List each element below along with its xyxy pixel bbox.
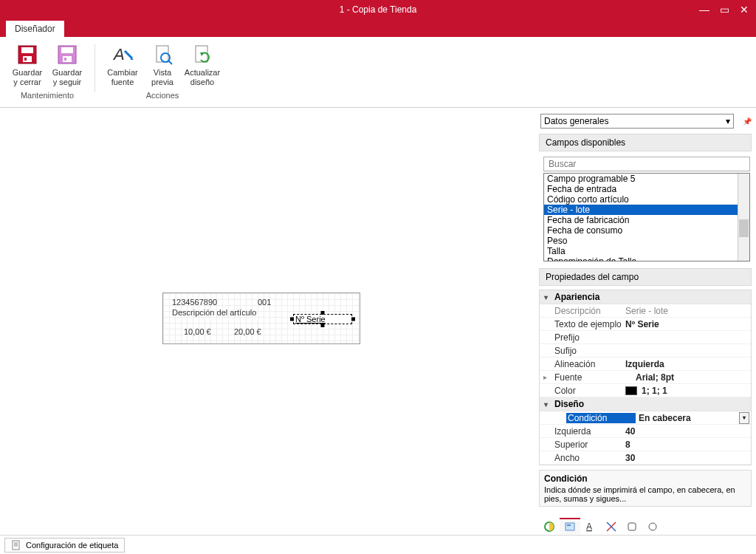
ribbon-group-actions: A Cambiarfuente Vistaprevia Actualizardi…	[98, 40, 227, 107]
side-panel-tabs: A	[539, 517, 756, 535]
save-continue-icon	[55, 43, 79, 66]
save-close-icon	[16, 43, 39, 66]
svg-rect-24	[13, 541, 19, 550]
svg-rect-18	[567, 524, 571, 526]
change-font-label: Cambiarfuente	[107, 68, 138, 86]
prop-width[interactable]: Ancho30	[540, 451, 751, 465]
section-design[interactable]: ▾Diseño	[540, 397, 751, 411]
property-grid[interactable]: ▾Apariencia DescripciónSerie - lote Text…	[539, 290, 752, 465]
prop-prefix[interactable]: Prefijo	[540, 331, 751, 344]
help-panel: Condición Indica dónde se imprimirá el c…	[539, 470, 752, 507]
side-panel: Datos generales ▾ 📌 Campos disponibles C…	[537, 108, 756, 535]
refresh-design-button[interactable]: Actualizardiseño	[182, 40, 222, 89]
pin-icon[interactable]: 📌	[743, 117, 752, 126]
maximize-icon[interactable]: ▭	[720, 4, 729, 16]
refresh-design-label: Actualizardiseño	[185, 68, 220, 86]
tab-icon-4[interactable]	[601, 518, 622, 534]
preview-price2[interactable]: 20,00 €	[234, 327, 261, 336]
config-label-button[interactable]: Configuración de etiqueta	[4, 538, 125, 553]
minimize-icon[interactable]: —	[699, 4, 709, 16]
svg-rect-6	[63, 56, 72, 62]
close-icon[interactable]: ✕	[740, 4, 749, 16]
ribbon-group-actions-label: Acciones	[146, 89, 179, 101]
list-item[interactable]: Fecha de entrada	[544, 184, 738, 194]
properties-header: Propiedades del campo	[539, 268, 752, 286]
svg-rect-5	[61, 47, 73, 53]
prop-alignment[interactable]: AlineaciónIzquierda	[540, 358, 751, 371]
preview-icon	[151, 43, 174, 66]
svg-point-23	[649, 523, 656, 530]
list-item[interactable]: Fecha de consumo	[544, 225, 738, 236]
tab-strip: Diseñador	[0, 19, 756, 37]
svg-rect-22	[628, 523, 636, 530]
save-continue-button[interactable]: Guardary seguir	[47, 40, 87, 89]
window-title: 1 - Copia de Tienda	[0, 4, 756, 15]
panel-selector-value: Datos generales	[544, 116, 608, 126]
change-font-button[interactable]: A Cambiarfuente	[103, 40, 142, 89]
document-icon	[11, 540, 21, 550]
svg-rect-2	[23, 56, 32, 62]
list-item-selected[interactable]: Serie - lote	[544, 205, 738, 215]
label-preview[interactable]: 1234567890 001 Descripción del artículo …	[162, 293, 360, 344]
save-continue-label: Guardary seguir	[52, 68, 82, 86]
svg-text:A: A	[112, 45, 125, 64]
tab-icon-3[interactable]: A	[580, 518, 601, 534]
refresh-icon	[190, 43, 214, 66]
section-appearance[interactable]: ▾Apariencia	[540, 290, 751, 304]
list-item[interactable]: Denominación de Talla	[544, 256, 738, 261]
prop-top[interactable]: Superior8	[540, 438, 751, 451]
svg-line-13	[168, 61, 172, 64]
tab-icon-5[interactable]	[622, 518, 642, 534]
panel-selector[interactable]: Datos generales ▾	[540, 114, 734, 129]
design-canvas[interactable]: 1234567890 001 Descripción del artículo …	[0, 108, 537, 535]
scrollbar[interactable]	[738, 174, 749, 261]
list-item[interactable]: Talla	[544, 246, 738, 256]
svg-rect-3	[24, 58, 27, 61]
prop-left[interactable]: Izquierda40	[540, 425, 751, 438]
tab-icon-2[interactable]	[560, 518, 580, 534]
chevron-down-icon[interactable]: ▾	[739, 412, 749, 424]
title-bar: 1 - Copia de Tienda — ▭ ✕	[0, 0, 756, 19]
status-bar: Configuración de etiqueta	[0, 535, 756, 554]
chevron-down-icon: ▾	[726, 116, 730, 126]
preview-seq[interactable]: 001	[258, 298, 271, 307]
preview-label: Vistaprevia	[151, 68, 173, 86]
help-body: Indica dónde se imprimirá el campo, en c…	[544, 485, 746, 503]
list-item[interactable]: Código corto artículo	[544, 194, 738, 205]
tab-icon-6[interactable]	[642, 518, 663, 534]
tab-icon-1[interactable]	[539, 518, 560, 534]
svg-rect-7	[64, 58, 66, 61]
help-title: Condición	[544, 473, 746, 484]
prop-color[interactable]: Color1; 1; 1	[540, 384, 751, 397]
save-close-button[interactable]: Guardary cerrar	[7, 40, 47, 89]
preview-price1[interactable]: 10,00 €	[184, 327, 211, 336]
preview-button[interactable]: Vistaprevia	[142, 40, 182, 89]
ribbon-group-maintenance-label: Mantenimiento	[21, 89, 74, 101]
config-label-text: Configuración de etiqueta	[26, 541, 118, 550]
preview-desc[interactable]: Descripción del artículo	[172, 308, 256, 317]
font-icon: A	[111, 43, 134, 66]
svg-text:A: A	[586, 521, 592, 532]
svg-rect-17	[566, 523, 574, 530]
prop-sample-text[interactable]: Texto de ejemploNº Serie	[540, 318, 751, 331]
preview-selected-field[interactable]: Nº Serie	[293, 314, 352, 324]
list-item[interactable]: Fecha de fabricación	[544, 215, 738, 225]
preview-code[interactable]: 1234567890	[172, 298, 217, 307]
svg-rect-1	[21, 47, 33, 53]
ribbon-group-maintenance: Guardary cerrar Guardary seguir Mantenim…	[3, 40, 92, 107]
ribbon: Guardary cerrar Guardary seguir Mantenim…	[0, 37, 756, 108]
search-input[interactable]	[543, 157, 750, 171]
available-fields-header: Campos disponibles	[539, 134, 752, 151]
prop-font[interactable]: ▸FuenteArial; 8pt	[540, 371, 751, 384]
list-item[interactable]: Campo programable 5	[544, 174, 738, 184]
color-swatch	[625, 386, 637, 395]
available-fields-list[interactable]: Campo programable 5 Fecha de entrada Cód…	[544, 174, 738, 261]
list-item[interactable]: Peso	[544, 236, 738, 246]
save-close-label: Guardary cerrar	[13, 68, 42, 86]
prop-description[interactable]: DescripciónSerie - lote	[540, 304, 751, 318]
tab-designer[interactable]: Diseñador	[6, 21, 64, 37]
prop-condition[interactable]: Condición En cabecera▾	[540, 411, 751, 425]
prop-suffix[interactable]: Sufijo	[540, 344, 751, 358]
